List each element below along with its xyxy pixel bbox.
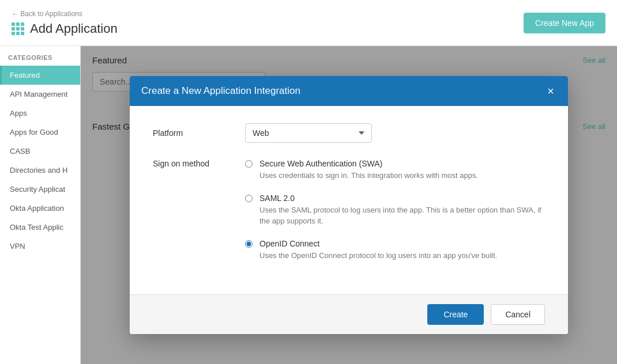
modal-footer: Create Cancel [130, 294, 568, 334]
page-wrapper: ← Back to Applications Add Application C… [0, 0, 617, 364]
swa-label: Secure Web Authentication (SWA) [259, 159, 478, 168]
back-link[interactable]: ← Back to Applications [12, 10, 118, 18]
sidebar-item-featured[interactable]: Featured [0, 66, 80, 85]
modal: Create a New Application Integration × P… [130, 76, 568, 334]
top-bar: ← Back to Applications Add Application C… [0, 0, 617, 46]
sign-on-options: Secure Web Authentication (SWA) Uses cre… [245, 159, 545, 261]
swa-content: Secure Web Authentication (SWA) Uses cre… [259, 159, 478, 181]
sidebar-item-casb[interactable]: CASB [0, 142, 80, 161]
sidebar-item-apps[interactable]: Apps [0, 104, 80, 123]
sidebar-categories-label: CATEGORIES [0, 46, 80, 66]
saml-content: SAML 2.0 Uses the SAML protocol to log u… [259, 194, 545, 226]
page-title-text: Add Application [30, 21, 118, 36]
oidc-label: OpenID Connect [259, 239, 497, 248]
swa-option: Secure Web Authentication (SWA) Uses cre… [245, 159, 545, 181]
platform-row: Platform Web Native Single-Page App Serv… [153, 123, 545, 143]
platform-select[interactable]: Web Native Single-Page App Service [245, 123, 372, 143]
create-button[interactable]: Create [427, 304, 484, 325]
oidc-content: OpenID Connect Uses the OpenID Connect p… [259, 239, 497, 261]
cancel-button[interactable]: Cancel [491, 304, 545, 325]
sidebar-item-vpn[interactable]: VPN [0, 237, 80, 256]
modal-title: Create a New Application Integration [141, 85, 300, 97]
oidc-option: OpenID Connect Uses the OpenID Connect p… [245, 239, 545, 261]
oidc-desc: Uses the OpenID Connect protocol to log … [259, 251, 497, 261]
modal-header: Create a New Application Integration × [130, 76, 568, 106]
saml-label: SAML 2.0 [259, 194, 545, 203]
sidebar-item-security[interactable]: Security Applicat [0, 180, 80, 199]
grid-icon [12, 22, 24, 35]
saml-radio[interactable] [245, 195, 253, 202]
saml-desc: Uses the SAML protocol to log users into… [259, 205, 545, 226]
modal-body: Platform Web Native Single-Page App Serv… [130, 106, 568, 294]
create-new-app-button[interactable]: Create New App [524, 13, 605, 33]
swa-desc: Uses credentials to sign in. This integr… [259, 170, 478, 181]
page-title-wrap: ← Back to Applications Add Application [12, 10, 118, 36]
modal-overlay: Create a New Application Integration × P… [81, 46, 617, 364]
swa-radio[interactable] [245, 160, 253, 168]
sidebar: CATEGORIES Featured API Management Apps … [0, 46, 81, 364]
sign-on-label: Sign on method [153, 159, 245, 168]
main-layout: CATEGORIES Featured API Management Apps … [0, 46, 617, 364]
saml-option: SAML 2.0 Uses the SAML protocol to log u… [245, 194, 545, 226]
sidebar-item-apps-for-good[interactable]: Apps for Good [0, 123, 80, 142]
content-area: Featured See all Fastest Growing See all… [81, 46, 617, 364]
platform-label: Platform [153, 128, 245, 138]
sidebar-item-api-management[interactable]: API Management [0, 85, 80, 104]
oidc-radio[interactable] [245, 240, 253, 248]
sidebar-item-okta-test[interactable]: Okta Test Applic [0, 218, 80, 237]
page-title: Add Application [12, 21, 118, 36]
sidebar-item-okta-apps[interactable]: Okta Application [0, 199, 80, 218]
sign-on-row: Sign on method Secure Web Authentication… [153, 159, 545, 261]
sidebar-item-directories[interactable]: Directories and H [0, 161, 80, 180]
modal-close-button[interactable]: × [545, 85, 556, 97]
